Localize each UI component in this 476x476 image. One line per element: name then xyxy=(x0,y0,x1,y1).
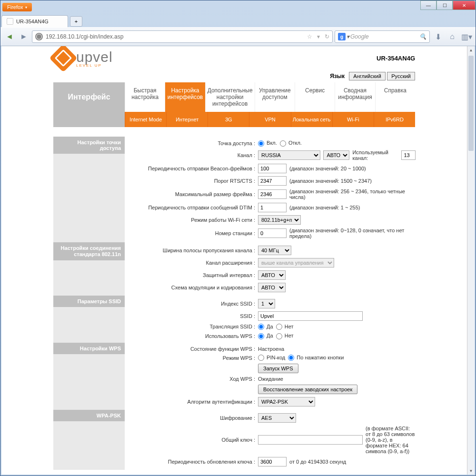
radio-wps-pbc[interactable]: По нажатию кнопки xyxy=(288,355,344,361)
back-button[interactable]: ◄ xyxy=(3,30,16,43)
value-wps-state: Настроена xyxy=(258,346,415,352)
label-rekey: Периодичность обновления ключа xyxy=(125,459,258,465)
select-gi[interactable]: АВТО xyxy=(258,270,286,280)
scroll-thumb[interactable] xyxy=(468,56,474,151)
nav-status[interactable]: Сводная информация xyxy=(335,82,375,112)
label-auth: Алгоритм аутентификации xyxy=(125,399,258,405)
subnav-internet[interactable]: Интернет xyxy=(166,112,208,127)
bookmark-icon[interactable]: ☆ xyxy=(307,33,312,40)
subnav-vpn[interactable]: VPN xyxy=(249,112,290,127)
forward-button[interactable]: ► xyxy=(18,30,30,43)
subnav-wifi[interactable]: Wi-Fi xyxy=(332,112,374,127)
radio-ap-off[interactable]: Откл. xyxy=(280,140,302,147)
hint-psk: (в формате ASCII: от 8 до 63 символов (0… xyxy=(366,426,415,454)
url-text: 192.168.10.1/cgi-bin/index.asp xyxy=(46,33,123,40)
select-auth[interactable]: WPA2-PSK xyxy=(258,397,315,407)
radio-wps-pin[interactable]: PIN-код xyxy=(258,355,285,361)
select-cipher[interactable]: AES xyxy=(258,413,296,423)
input-psk[interactable] xyxy=(258,435,363,445)
section-wpapsk: WPA-PSK xyxy=(53,410,125,421)
select-mcs[interactable]: АВТО xyxy=(258,283,286,292)
label-ext: Канал расширения xyxy=(125,260,258,266)
select-mode[interactable]: 802.11b+g+n xyxy=(258,215,301,225)
home-button[interactable]: ⌂ xyxy=(446,30,458,43)
label-dtim: Периодичность отправки сообщений DTIM xyxy=(125,205,258,210)
input-used-channel xyxy=(401,150,416,160)
label-bw: Ширина полосы пропускания канала xyxy=(125,248,258,253)
language-label: Язык xyxy=(330,73,345,79)
window-minimize-button[interactable]: — xyxy=(420,0,436,10)
new-tab-button[interactable]: + xyxy=(70,16,82,27)
label-station: Номер станции xyxy=(125,230,258,236)
subnav-3g[interactable]: 3G xyxy=(208,112,249,127)
hint-station: (диапазон значений: 0~128, 0 означает, ч… xyxy=(289,228,416,239)
select-ext[interactable]: выше канала управления xyxy=(258,258,334,268)
sidebar-title: Интерфейс xyxy=(53,82,125,112)
section-ap: Настройки точки доступа xyxy=(53,137,125,154)
restore-defaults-button[interactable]: Восстановление заводских настроек xyxy=(258,385,357,394)
subnav-lan[interactable]: Локальная сеть xyxy=(291,112,332,127)
search-icon[interactable]: 🔍 xyxy=(419,33,426,40)
label-ap-enable: Точка доступа xyxy=(125,140,258,146)
scroll-down-icon[interactable]: ▼ xyxy=(467,467,475,475)
section-ssid: Параметры SSID xyxy=(53,296,125,307)
nav-help[interactable]: Справка xyxy=(375,82,415,112)
label-ssid-idx: Индекс SSID xyxy=(125,301,258,307)
scroll-up-icon[interactable]: ▲ xyxy=(467,46,475,54)
label-mcs: Схема модуляции и кодирования xyxy=(125,285,258,290)
window-maximize-button[interactable]: ☐ xyxy=(436,0,453,10)
url-bar[interactable]: 192.168.10.1/cgi-bin/index.asp ☆ ▾ ↻ xyxy=(32,30,333,43)
input-rekey[interactable] xyxy=(258,457,287,466)
brand-name: upvel xyxy=(76,49,113,65)
vertical-scrollbar[interactable]: ▲ ▼ xyxy=(467,46,475,475)
bookmarks-button[interactable]: ▥▾ xyxy=(460,30,473,43)
hint-rts: (диапазон значений: 1500 ~ 2347) xyxy=(289,178,372,184)
input-frag[interactable] xyxy=(258,189,287,199)
label-frag: Максимальный размер фрейма xyxy=(125,191,258,197)
radio-usewps-no[interactable]: Нет xyxy=(276,333,294,339)
label-psk: Общий ключ xyxy=(125,437,258,443)
radio-usewps-yes[interactable]: Да xyxy=(258,333,273,339)
radio-ap-on[interactable]: Вкл. xyxy=(258,140,277,147)
label-wps-progress: Ход WPS xyxy=(125,376,258,382)
select-bw[interactable]: 40 МГц xyxy=(258,246,291,255)
window-close-button[interactable]: ✕ xyxy=(453,0,476,10)
subnav-ipv6rd[interactable]: IPv6RD xyxy=(374,112,415,127)
label-wps-state: Состояние функции WPS xyxy=(125,346,258,352)
select-channel[interactable]: АВТО xyxy=(323,150,349,160)
start-wps-button[interactable]: Запуск WPS xyxy=(258,364,298,373)
label-ssid: SSID xyxy=(125,313,258,319)
label-rts: Порог RTS/CTS xyxy=(125,178,258,184)
downloads-button[interactable]: ⬇ xyxy=(432,30,444,43)
nav-service[interactable]: Сервис xyxy=(295,82,335,112)
firefox-menu-button[interactable]: Firefox xyxy=(2,3,32,11)
dropdown-icon[interactable]: ▾ xyxy=(317,33,320,40)
label-usewps: Использовать WPS xyxy=(125,333,258,339)
lang-english-button[interactable]: Английский xyxy=(349,72,386,80)
browser-tab[interactable]: UR-354AN4G xyxy=(1,15,68,27)
nav-interface-setup[interactable]: Настройка интерфейсов xyxy=(165,82,205,112)
hint-frag: (диапазон значений: 256 ~ 2346, только ч… xyxy=(289,188,416,200)
input-ssid[interactable] xyxy=(258,311,363,321)
reload-icon[interactable]: ↻ xyxy=(325,33,329,40)
lang-russian-button[interactable]: Русский xyxy=(387,72,415,80)
label-used-channel: Используемый канал: xyxy=(352,149,398,161)
section-wps: Настройки WPS xyxy=(53,343,125,354)
nav-advanced[interactable]: Дополнительные настройки интерфейсов xyxy=(205,82,255,112)
subnav-internet-mode[interactable]: Internet Mode xyxy=(125,112,166,127)
input-dtim[interactable] xyxy=(258,203,287,212)
select-ssid-idx[interactable]: 1 xyxy=(258,299,275,308)
value-wps-progress: Ожидание xyxy=(258,376,415,382)
radio-bcast-yes[interactable]: Да xyxy=(258,324,273,330)
radio-bcast-no[interactable]: Нет xyxy=(276,324,294,330)
nav-quick-setup[interactable]: Быстрая настройка xyxy=(125,82,165,112)
hint-dtim: (диапазон значений: 1 ~ 255) xyxy=(289,205,360,210)
input-beacon[interactable] xyxy=(258,164,287,173)
hint-rekey: от 0 до 4194303 секунд xyxy=(289,459,346,465)
search-box[interactable]: g ▾ Google 🔍 xyxy=(335,30,430,43)
input-station[interactable] xyxy=(258,228,287,238)
select-country[interactable]: RUSSIA xyxy=(258,150,320,160)
input-rts[interactable] xyxy=(258,176,287,186)
nav-access[interactable]: Управление доступом xyxy=(255,82,295,112)
label-wps-mode: Режим WPS xyxy=(125,355,258,361)
